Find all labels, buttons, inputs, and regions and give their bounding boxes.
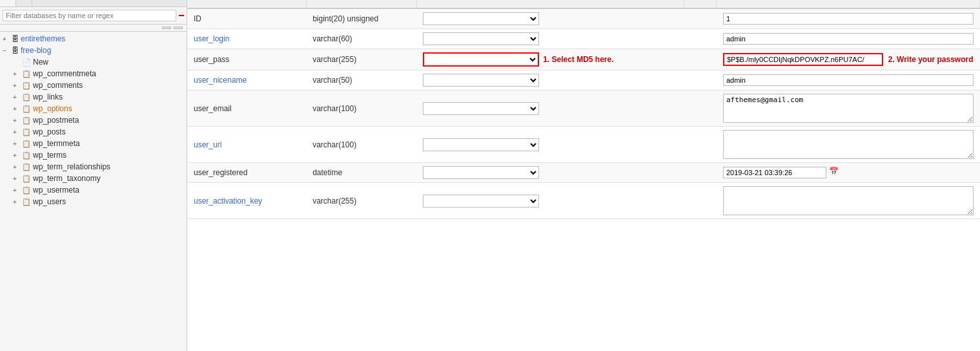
table-row: user_loginvarchar(60) bbox=[187, 29, 980, 49]
table-row: IDbigint(20) unsigned bbox=[187, 8, 980, 29]
calendar-icon-6[interactable]: 📅 bbox=[829, 167, 841, 178]
tree-toggle-wp_commentmeta[interactable]: + bbox=[13, 70, 22, 78]
tree-icon-entirethemes: 🗄 bbox=[12, 35, 19, 43]
annotation-2-2: 2. Write your password bbox=[888, 55, 974, 64]
tree-toggle-wp_options[interactable]: + bbox=[13, 105, 22, 112]
cell-column-5: user_url bbox=[187, 127, 306, 163]
function-select-0[interactable] bbox=[423, 12, 539, 25]
collapse-button[interactable] bbox=[162, 27, 171, 29]
cell-column-7: user_activation_key bbox=[187, 183, 306, 219]
value-textarea-5[interactable] bbox=[723, 130, 974, 159]
main-content: IDbigint(20) unsigneduser_loginvarchar(6… bbox=[187, 0, 980, 351]
value-input-0[interactable] bbox=[723, 13, 974, 25]
tree-item-wp_commentmeta[interactable]: +📋wp_commentmeta bbox=[0, 68, 187, 80]
tree-icon-wp_links: 📋 bbox=[22, 93, 31, 101]
value-input-3[interactable] bbox=[723, 74, 974, 86]
tree-icon-wp_term_taxonomy: 📋 bbox=[22, 175, 31, 183]
cell-column-2: user_pass bbox=[187, 49, 306, 70]
function-select-1[interactable] bbox=[423, 32, 539, 45]
header-value bbox=[717, 0, 980, 8]
tree-icon-free-blog: 🗄 bbox=[12, 47, 19, 54]
cell-column-0: ID bbox=[187, 8, 306, 29]
tree-label-New: New bbox=[33, 58, 48, 67]
tree-item-wp_usermeta[interactable]: +📋wp_usermeta bbox=[0, 184, 187, 196]
clear-search-button[interactable] bbox=[179, 15, 184, 16]
tree-item-wp_termmeta[interactable]: +📋wp_termmeta bbox=[0, 138, 187, 149]
cell-function-6 bbox=[416, 163, 684, 183]
cell-value-5 bbox=[717, 127, 980, 163]
search-input[interactable] bbox=[3, 10, 176, 21]
header-type bbox=[306, 0, 416, 8]
cell-function-3 bbox=[416, 70, 684, 90]
cell-null-1 bbox=[684, 29, 717, 49]
tree-label-wp_users: wp_users bbox=[33, 197, 66, 206]
tree-toggle-wp_terms[interactable]: + bbox=[13, 152, 22, 159]
tree-icon-wp_commentmeta: 📋 bbox=[22, 70, 31, 78]
cell-type-4: varchar(100) bbox=[306, 90, 416, 127]
tree-item-entirethemes[interactable]: +🗄entirethemes bbox=[0, 33, 187, 45]
tab-recent[interactable] bbox=[0, 0, 16, 6]
tree-item-wp_options[interactable]: +📋wp_options bbox=[0, 103, 187, 114]
function-select-4[interactable] bbox=[423, 102, 539, 115]
cell-type-2: varchar(255) bbox=[306, 49, 416, 70]
cell-value-7 bbox=[717, 183, 980, 219]
cell-null-2 bbox=[684, 49, 717, 70]
tree-item-wp_users[interactable]: +📋wp_users bbox=[0, 196, 187, 207]
tree-item-free-blog[interactable]: −🗄free-blog bbox=[0, 45, 187, 56]
tree-item-wp_links[interactable]: +📋wp_links bbox=[0, 91, 187, 103]
tree-item-wp_terms[interactable]: +📋wp_terms bbox=[0, 149, 187, 161]
function-select-7[interactable] bbox=[423, 195, 539, 207]
cell-value-6: 📅 bbox=[717, 163, 980, 183]
cell-type-7: varchar(255) bbox=[306, 183, 416, 219]
link-button[interactable] bbox=[174, 27, 183, 29]
function-select-2[interactable] bbox=[423, 52, 539, 67]
tree-icon-wp_comments: 📋 bbox=[22, 81, 31, 90]
tree-item-New[interactable]: 📄New bbox=[0, 56, 187, 68]
tree-item-wp_comments[interactable]: +📋wp_comments bbox=[0, 80, 187, 91]
value-textarea-4[interactable] bbox=[723, 94, 974, 123]
cell-value-3 bbox=[717, 70, 980, 90]
tree-label-wp_termmeta: wp_termmeta bbox=[33, 139, 80, 148]
tree-toggle-wp_usermeta[interactable]: + bbox=[13, 187, 22, 194]
tab-favorites[interactable] bbox=[16, 0, 32, 6]
cell-function-4 bbox=[416, 90, 684, 127]
cell-column-1: user_login bbox=[187, 29, 306, 49]
value-input-2[interactable] bbox=[723, 53, 883, 66]
tree-toggle-entirethemes[interactable]: + bbox=[3, 36, 12, 43]
cell-function-0 bbox=[416, 8, 684, 29]
tree-item-wp_term_taxonomy[interactable]: +📋wp_term_taxonomy bbox=[0, 173, 187, 184]
value-input-1[interactable] bbox=[723, 33, 974, 45]
value-textarea-7[interactable] bbox=[723, 186, 974, 215]
tree-toggle-wp_termmeta[interactable]: + bbox=[13, 140, 22, 147]
tree-item-wp_postmeta[interactable]: +📋wp_postmeta bbox=[0, 114, 187, 126]
tree-label-wp_term_taxonomy: wp_term_taxonomy bbox=[33, 174, 101, 183]
cell-function-1 bbox=[416, 29, 684, 49]
sidebar-controls bbox=[0, 25, 187, 32]
tree-toggle-wp_postmeta[interactable]: + bbox=[13, 117, 22, 124]
tree-item-wp_term_relationships[interactable]: +📋wp_term_relationships bbox=[0, 161, 187, 173]
cell-column-6: user_registered bbox=[187, 163, 306, 183]
tree-toggle-free-blog[interactable]: − bbox=[3, 47, 12, 54]
tree-toggle-wp_users[interactable]: + bbox=[13, 198, 22, 206]
tree-toggle-wp_term_relationships[interactable]: + bbox=[13, 164, 22, 171]
tree-toggle-wp_posts[interactable]: + bbox=[13, 129, 22, 136]
sidebar-tabs bbox=[0, 0, 187, 7]
tree-icon-wp_posts: 📋 bbox=[22, 128, 31, 136]
cell-type-3: varchar(50) bbox=[306, 70, 416, 90]
tree-label-wp_terms: wp_terms bbox=[33, 151, 66, 160]
tree-icon-wp_term_relationships: 📋 bbox=[22, 163, 31, 171]
cell-type-5: varchar(100) bbox=[306, 127, 416, 163]
tree-item-wp_posts[interactable]: +📋wp_posts bbox=[0, 126, 187, 138]
header-function bbox=[416, 0, 684, 8]
tree-label-wp_usermeta: wp_usermeta bbox=[33, 186, 79, 195]
cell-column-4: user_email bbox=[187, 90, 306, 127]
cell-value-4 bbox=[717, 90, 980, 127]
date-input-6[interactable] bbox=[723, 167, 826, 178]
function-select-6[interactable] bbox=[423, 166, 539, 179]
function-select-3[interactable] bbox=[423, 74, 539, 87]
tree-toggle-wp_links[interactable]: + bbox=[13, 94, 22, 101]
tree-toggle-wp_term_taxonomy[interactable]: + bbox=[13, 175, 22, 182]
cell-null-7 bbox=[684, 183, 717, 219]
function-select-5[interactable] bbox=[423, 138, 539, 151]
tree-toggle-wp_comments[interactable]: + bbox=[13, 82, 22, 89]
